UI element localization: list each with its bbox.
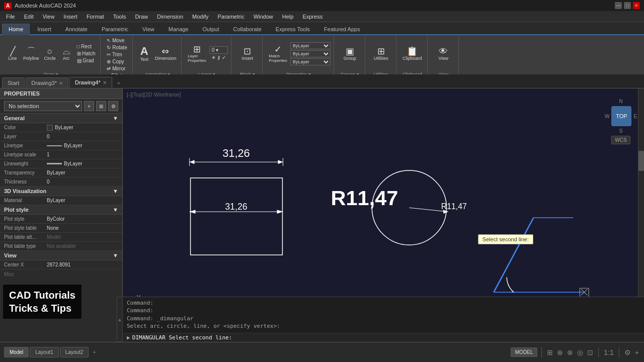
general-section-header[interactable]: General ▼ <box>0 114 122 123</box>
ribbon-rectangle-button[interactable]: □ Rect <box>75 43 98 50</box>
ribbon-layer-properties-button[interactable]: ⊞ LayerProperties <box>186 44 208 64</box>
command-prompt-icon: ▶ <box>127 334 130 341</box>
arc-label: Arc <box>63 56 70 61</box>
menu-view[interactable]: View <box>39 13 59 21</box>
ribbon-trim-button[interactable]: ✂ Trim <box>105 51 129 58</box>
menu-window[interactable]: Window <box>250 13 277 21</box>
maximize-button[interactable]: □ <box>624 2 631 9</box>
layout-tab-2[interactable]: Layout2 <box>60 347 89 357</box>
ribbon-dimension-button[interactable]: ⇔ Dimension <box>153 46 179 62</box>
props-add-button[interactable]: + <box>84 101 94 111</box>
layout-tab-model[interactable]: Model <box>4 347 29 357</box>
command-toggle-button[interactable]: ▲ <box>117 297 123 342</box>
status-plus-icon[interactable]: + <box>634 347 640 357</box>
ribbon-insert-button[interactable]: ⊡ Insert <box>240 46 256 62</box>
tab-express-tools[interactable]: Express Tools <box>269 24 316 34</box>
linetype-dropdown[interactable]: ByLayer <box>290 50 331 57</box>
prop-linetype-label: Linetype <box>4 143 47 148</box>
menu-tools[interactable]: Tools <box>109 13 130 21</box>
layout-tab-add[interactable]: + <box>90 347 99 357</box>
ribbon-layer-dropdown[interactable]: 0 ▾ <box>209 46 228 54</box>
tab-insert[interactable]: Insert <box>31 24 58 34</box>
ribbon-copy-button[interactable]: ⊕ Copy <box>105 58 129 65</box>
plot-style-section-header[interactable]: Plot style ▼ <box>0 205 122 215</box>
properties-selector[interactable]: No selection <box>4 101 82 111</box>
dim-text-inner: 31,26 <box>225 202 248 212</box>
close-button[interactable]: ✕ <box>633 2 640 9</box>
ribbon-polyline-button[interactable]: ⌒ Polyline <box>21 46 41 62</box>
doc-tab-drawing4-close[interactable]: ✕ <box>103 80 107 85</box>
props-filter-button[interactable]: ⊞ <box>96 101 106 111</box>
ribbon-group-button[interactable]: ▣ Group <box>342 46 358 62</box>
ribbon-mirror-button[interactable]: ⇌ Mirror <box>105 65 129 72</box>
status-grid-icon[interactable]: ⊞ <box>546 347 554 357</box>
tab-collaborate[interactable]: Collaborate <box>227 24 268 34</box>
layout-tab-1[interactable]: Layout1 <box>30 347 59 357</box>
command-line-1: Command: <box>127 299 640 307</box>
ribbon-move-button[interactable]: ↖ Move <box>105 37 129 44</box>
tab-home[interactable]: Home <box>2 24 30 35</box>
watermark-line2: Tricks & Tips <box>9 302 75 315</box>
menu-modify[interactable]: Modify <box>188 13 212 21</box>
scrollbar-thumb[interactable] <box>638 151 644 171</box>
ribbon-circle-button[interactable]: ○ Circle <box>42 46 58 62</box>
menu-draw[interactable]: Draw <box>131 13 152 21</box>
dimension-label: Dimension <box>155 56 177 61</box>
statusbar: Model Layout1 Layout2 + MODEL ⊞ ⊕ ⊗ ◎ ⊡ … <box>0 342 644 362</box>
menu-file[interactable]: File <box>2 13 19 21</box>
tab-parametric[interactable]: Parametric <box>95 24 135 34</box>
ribbon-group-annotation: A Text ⇔ Dimension Annotation ▾ <box>134 36 182 79</box>
tab-featured-apps[interactable]: Featured Apps <box>317 24 367 34</box>
menu-parametric[interactable]: Parametric <box>213 13 248 21</box>
doc-tab-drawing3[interactable]: Drawing3* ✕ <box>26 77 68 88</box>
ribbon-arc-button[interactable]: ⌓ Arc <box>59 46 74 62</box>
ribbon-rotate-button[interactable]: ↻ Rotate <box>105 44 129 51</box>
prop-thickness-row: Thickness 0 <box>0 177 122 187</box>
tab-annotate[interactable]: Annotate <box>59 24 94 34</box>
status-snap-icon[interactable]: ⊕ <box>556 347 564 357</box>
menu-insert[interactable]: Insert <box>59 13 82 21</box>
tab-view[interactable]: View <box>136 24 161 34</box>
3d-section-header[interactable]: 3D Visualization ▼ <box>0 187 122 196</box>
command-input[interactable] <box>132 334 640 341</box>
properties-header: PROPERTIES <box>0 88 122 99</box>
menu-format[interactable]: Format <box>83 13 108 21</box>
menu-express[interactable]: Express <box>298 13 327 21</box>
prop-plot-table-type-value: Not available <box>47 243 118 249</box>
status-osnap-icon[interactable]: ⊡ <box>586 347 594 357</box>
status-polar-icon[interactable]: ◎ <box>576 347 584 357</box>
menu-help[interactable]: Help <box>278 13 298 21</box>
doc-tab-add-button[interactable]: + <box>113 78 124 88</box>
status-zoom-icon[interactable]: 1:1 <box>603 347 614 357</box>
tab-output[interactable]: Output <box>196 24 226 34</box>
ribbon-utilities-button[interactable]: ⊞ Utilities <box>372 46 390 62</box>
minimize-button[interactable]: — <box>615 2 622 9</box>
dimension-icon: ⇔ <box>162 47 169 56</box>
ribbon-view-button[interactable]: 👁 View <box>436 46 451 62</box>
props-settings-button[interactable]: ⚙ <box>108 101 118 111</box>
ribbon-match-properties-button[interactable]: ✓ MatchProperties <box>267 44 289 64</box>
line-icon: ╱ <box>10 47 16 56</box>
menu-dimension[interactable]: Dimension <box>153 13 187 21</box>
ribbon-gradient-button[interactable]: ▤ Grad <box>75 57 98 64</box>
vertical-scrollbar[interactable] <box>638 88 644 297</box>
ribbon-line-button[interactable]: ╱ Line <box>5 46 20 62</box>
color-dropdown[interactable]: ByLayer <box>290 42 331 49</box>
ribbon-text-button[interactable]: A Text <box>137 45 152 63</box>
ribbon-layer-control[interactable]: ☀ ⚷ ✓ <box>209 54 228 61</box>
window-controls[interactable]: — □ ✕ <box>615 2 640 9</box>
doc-tab-drawing3-close[interactable]: ✕ <box>59 80 63 86</box>
properties-panel: PROPERTIES No selection + ⊞ ⚙ General ▼ … <box>0 88 123 350</box>
status-ortho-icon[interactable]: ⊗ <box>566 347 574 357</box>
ribbon-hatch-button[interactable]: ⊞ Hatch <box>75 50 98 57</box>
ribbon-clipboard-button[interactable]: 📋 Clipboard <box>400 46 424 62</box>
tab-manage[interactable]: Manage <box>162 24 195 34</box>
prop-linetype-value: ByLayer <box>64 143 118 148</box>
status-settings-icon[interactable]: ⚙ <box>623 347 632 357</box>
doc-tab-start[interactable]: Start <box>2 77 25 88</box>
menu-edit[interactable]: Edit <box>20 13 38 21</box>
view-section-header[interactable]: View ▼ <box>0 251 122 260</box>
lineweight-dropdown[interactable]: ByLayer <box>290 58 331 65</box>
doc-tab-drawing4[interactable]: Drawing4* ✕ <box>69 77 112 88</box>
status-model-btn[interactable]: MODEL <box>511 347 538 357</box>
